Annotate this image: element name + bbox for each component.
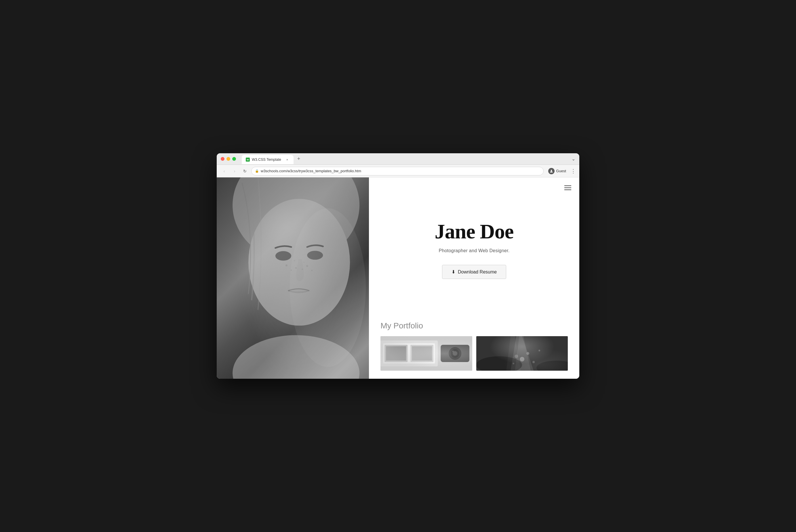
forward-button[interactable]: › <box>230 167 239 175</box>
hamburger-line-2 <box>564 188 571 188</box>
svg-marker-29 <box>515 336 531 371</box>
tab-title: W3.CSS Template <box>252 157 281 162</box>
portrait-photo <box>217 177 369 379</box>
tab-bar-chevron[interactable]: ⌄ <box>572 156 575 162</box>
svg-rect-27 <box>476 336 568 371</box>
svg-point-36 <box>538 350 540 352</box>
svg-rect-22 <box>441 345 469 362</box>
svg-point-38 <box>536 361 568 371</box>
close-traffic-light[interactable] <box>221 157 224 161</box>
traffic-lights <box>221 157 236 161</box>
tab-close-button[interactable]: × <box>285 157 290 162</box>
svg-marker-30 <box>506 336 521 371</box>
portfolio-thumb-2[interactable] <box>476 336 568 371</box>
toolbar-end: Guest ⋮ <box>546 167 576 175</box>
svg-point-23 <box>449 347 461 360</box>
portfolio-thumb-1[interactable] <box>381 336 472 371</box>
tab-bar: w W3.CSS Template × + ⌄ <box>242 153 575 165</box>
svg-rect-15 <box>381 336 472 371</box>
maximize-traffic-light[interactable] <box>232 157 236 161</box>
content-section: Jane Doe Photographer and Web Designer. … <box>369 177 579 379</box>
svg-rect-16 <box>381 341 438 366</box>
hamburger-line-1 <box>564 186 571 186</box>
hamburger-menu-button[interactable] <box>562 184 573 192</box>
svg-point-3 <box>275 251 291 261</box>
svg-rect-21 <box>412 346 432 361</box>
svg-point-37 <box>476 356 522 371</box>
svg-rect-19 <box>386 346 406 361</box>
portfolio-section: My Portfolio <box>369 321 579 379</box>
address-bar[interactable]: 🔒 w3schools.com/w3css/tryw3css_templates… <box>251 167 543 175</box>
hamburger-line-3 <box>564 190 571 190</box>
profile-button[interactable]: Guest <box>546 167 568 175</box>
svg-rect-17 <box>383 343 435 363</box>
svg-point-31 <box>520 357 524 361</box>
download-resume-button[interactable]: ⬇ Download Resume <box>442 265 506 279</box>
minimize-traffic-light[interactable] <box>226 157 230 161</box>
lock-icon: 🔒 <box>255 169 259 173</box>
photo-section <box>217 177 369 379</box>
svg-point-34 <box>532 361 535 363</box>
browser-titlebar: w W3.CSS Template × + ⌄ <box>217 153 579 165</box>
svg-point-5 <box>285 265 288 267</box>
hero-name: Jane Doe <box>435 220 514 244</box>
page-content: Jane Doe Photographer and Web Designer. … <box>217 177 579 379</box>
browser-toolbar: ‹ › ↻ 🔒 w3schools.com/w3css/tryw3css_tem… <box>217 165 579 177</box>
active-tab[interactable]: w W3.CSS Template × <box>242 155 294 164</box>
browser-window: w W3.CSS Template × + ⌄ ‹ › ↻ 🔒 w3school… <box>217 153 579 379</box>
svg-point-14 <box>290 208 366 367</box>
url-text: w3schools.com/w3css/tryw3css_templates_b… <box>261 169 540 173</box>
svg-rect-20 <box>410 345 433 362</box>
svg-point-25 <box>453 351 457 356</box>
svg-point-26 <box>452 350 454 352</box>
download-icon: ⬇ <box>451 269 455 274</box>
download-label: Download Resume <box>458 269 497 274</box>
svg-point-35 <box>513 363 514 364</box>
hero-subtitle: Photographer and Web Designer. <box>439 248 510 253</box>
reload-button[interactable]: ↻ <box>241 167 249 175</box>
svg-marker-28 <box>511 336 534 371</box>
svg-point-24 <box>451 349 459 358</box>
browser-menu-button[interactable]: ⋮ <box>571 168 576 174</box>
svg-rect-18 <box>385 345 407 362</box>
portfolio-grid <box>381 336 568 371</box>
profile-label: Guest <box>556 169 566 173</box>
svg-point-0 <box>551 170 552 171</box>
profile-icon <box>548 168 555 174</box>
svg-point-33 <box>515 355 518 358</box>
hero-section: Jane Doe Photographer and Web Designer. … <box>369 177 579 321</box>
tab-favicon: w <box>246 157 250 162</box>
new-tab-button[interactable]: + <box>295 155 303 163</box>
back-button[interactable]: ‹ <box>220 167 228 175</box>
svg-point-32 <box>526 352 529 355</box>
portfolio-section-title: My Portfolio <box>381 321 568 330</box>
